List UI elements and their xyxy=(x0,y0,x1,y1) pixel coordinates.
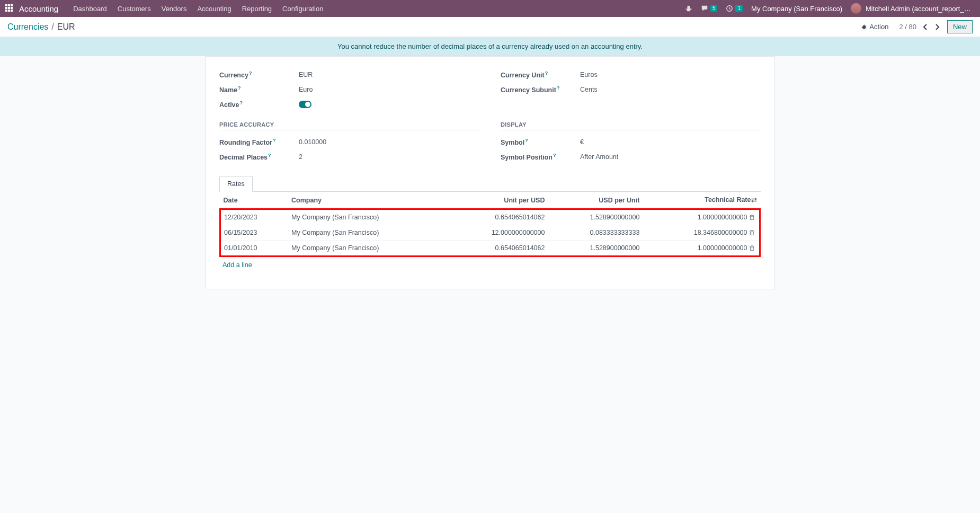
form-sheet: Currency? EUR Name? Euro Active? Currenc… xyxy=(205,56,775,289)
col-unit-per[interactable]: Unit per USD xyxy=(447,192,548,209)
brand-title[interactable]: Accounting xyxy=(19,4,58,13)
warning-banner: You cannot reduce the number of decimal … xyxy=(0,37,980,56)
table-row[interactable]: 12/20/2023 My Company (San Francisco) 0.… xyxy=(220,209,760,225)
cell-tech[interactable]: 1.000000000000 🗑 xyxy=(643,209,760,225)
breadcrumb: Currencies / EUR xyxy=(7,22,75,32)
cell-date[interactable]: 06/15/2023 xyxy=(220,225,289,241)
cell-usd-per[interactable]: 0.083333333333 xyxy=(548,225,643,241)
delete-icon[interactable]: 🗑 xyxy=(749,244,756,252)
cell-tech[interactable]: 18.346800000000 🗑 xyxy=(643,225,760,241)
decimal-label: Decimal Places? xyxy=(219,153,299,161)
cell-company[interactable]: My Company (San Francisco) xyxy=(288,241,447,256)
svg-point-0 xyxy=(687,6,690,8)
col-tech-rate[interactable]: Technical Rate⇄ xyxy=(643,192,760,209)
menu-configuration[interactable]: Configuration xyxy=(277,5,328,13)
add-line-link[interactable]: Add a line xyxy=(219,257,761,273)
breadcrumb-current: EUR xyxy=(57,22,75,32)
cell-usd-per[interactable]: 1.528900000000 xyxy=(548,241,643,256)
section-price-accuracy: PRICE ACCURACY xyxy=(219,121,479,130)
help-icon[interactable]: ? xyxy=(545,70,548,76)
chevron-right-icon xyxy=(934,24,940,30)
svg-line-1 xyxy=(685,9,687,10)
active-toggle[interactable] xyxy=(299,101,311,108)
help-icon[interactable]: ? xyxy=(249,70,252,76)
symbol-field[interactable]: € xyxy=(580,138,584,146)
menu-vendors[interactable]: Vendors xyxy=(156,5,192,13)
cell-unit-per[interactable]: 0.654065014062 xyxy=(447,209,548,225)
pager-next[interactable] xyxy=(931,22,943,32)
cell-unit-per[interactable]: 0.654065014062 xyxy=(447,241,548,256)
menu-reporting[interactable]: Reporting xyxy=(237,5,277,13)
highlighted-rows: 12/20/2023 My Company (San Francisco) 0.… xyxy=(220,209,760,256)
gear-icon xyxy=(861,24,867,30)
name-label: Name? xyxy=(219,85,299,94)
currency-subunit-field[interactable]: Cents xyxy=(580,86,598,93)
cell-tech[interactable]: 1.000000000000 🗑 xyxy=(643,241,760,256)
delete-icon[interactable]: 🗑 xyxy=(749,229,756,236)
currency-unit-label: Currency Unit? xyxy=(501,70,580,79)
expand-icon[interactable]: ⇄ xyxy=(751,196,757,204)
currency-label: Currency? xyxy=(219,70,299,79)
rounding-field[interactable]: 0.010000 xyxy=(299,138,326,146)
help-icon[interactable]: ? xyxy=(557,85,560,91)
help-icon[interactable]: ? xyxy=(273,138,276,143)
menu-accounting[interactable]: Accounting xyxy=(192,5,236,13)
currency-unit-field[interactable]: Euros xyxy=(580,71,598,78)
pager-prev[interactable] xyxy=(920,22,931,32)
symbol-label: Symbol? xyxy=(501,138,580,146)
breadcrumb-separator: / xyxy=(51,22,54,32)
col-usd-per[interactable]: USD per Unit xyxy=(548,192,643,209)
activities-badge: 1 xyxy=(735,5,743,12)
name-field[interactable]: Euro xyxy=(299,86,313,93)
menu-customers[interactable]: Customers xyxy=(112,5,156,13)
tab-rates[interactable]: Rates xyxy=(219,176,253,192)
cell-unit-per[interactable]: 12.000000000000 xyxy=(447,225,548,241)
apps-icon[interactable] xyxy=(5,4,14,13)
help-icon[interactable]: ? xyxy=(268,153,271,158)
help-icon[interactable]: ? xyxy=(553,153,556,158)
table-row[interactable]: 06/15/2023 My Company (San Francisco) 12… xyxy=(220,225,760,241)
messages-badge: 5 xyxy=(710,5,718,12)
help-icon[interactable]: ? xyxy=(240,100,243,105)
user-menu[interactable]: Mitchell Admin (account_report_multi... xyxy=(847,3,976,14)
cell-company[interactable]: My Company (San Francisco) xyxy=(288,225,447,241)
tab-bar: Rates xyxy=(219,176,761,192)
cell-date[interactable]: 01/01/2010 xyxy=(220,241,289,256)
position-label: Symbol Position? xyxy=(501,153,580,161)
section-display: DISPLAY xyxy=(501,121,761,130)
rates-table: Date Company Unit per USD USD per Unit T… xyxy=(219,192,761,257)
pager[interactable]: 2 / 80 xyxy=(899,23,916,31)
avatar-icon xyxy=(851,3,861,14)
help-icon[interactable]: ? xyxy=(525,138,528,143)
rounding-label: Rounding Factor? xyxy=(219,138,299,146)
cell-usd-per[interactable]: 1.528900000000 xyxy=(548,209,643,225)
action-menu[interactable]: Action xyxy=(861,23,888,31)
table-row[interactable]: 01/01/2010 My Company (San Francisco) 0.… xyxy=(220,241,760,256)
menu-dashboard[interactable]: Dashboard xyxy=(68,5,112,13)
new-button[interactable]: New xyxy=(947,20,973,33)
position-field[interactable]: After Amount xyxy=(580,153,618,161)
chevron-left-icon xyxy=(923,24,928,30)
help-icon[interactable]: ? xyxy=(238,85,241,91)
activities-icon[interactable]: 1 xyxy=(721,5,747,12)
svg-line-2 xyxy=(691,9,692,10)
currency-subunit-label: Currency Subunit? xyxy=(501,85,580,94)
messages-icon[interactable]: 5 xyxy=(697,5,722,12)
col-date[interactable]: Date xyxy=(220,192,289,209)
debug-icon[interactable] xyxy=(681,5,697,12)
control-bar: Currencies / EUR Action 2 / 80 New xyxy=(0,17,980,37)
active-label: Active? xyxy=(219,100,299,109)
top-navbar: Accounting Dashboard Customers Vendors A… xyxy=(0,0,980,17)
cell-company[interactable]: My Company (San Francisco) xyxy=(288,209,447,225)
company-switcher[interactable]: My Company (San Francisco) xyxy=(747,5,847,13)
breadcrumb-parent[interactable]: Currencies xyxy=(7,22,48,32)
cell-date[interactable]: 12/20/2023 xyxy=(220,209,289,225)
delete-icon[interactable]: 🗑 xyxy=(749,214,756,221)
col-company[interactable]: Company xyxy=(288,192,447,209)
decimal-field[interactable]: 2 xyxy=(299,153,302,161)
currency-field[interactable]: EUR xyxy=(299,71,313,78)
